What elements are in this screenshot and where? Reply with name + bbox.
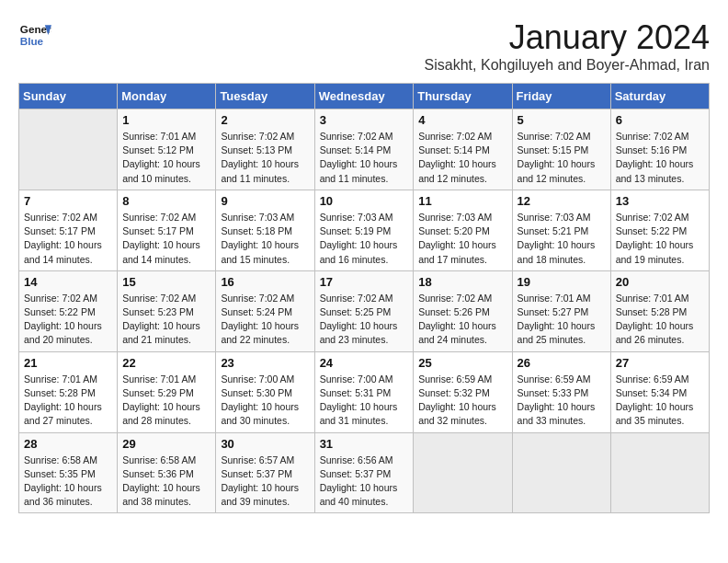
day-number: 28: [24, 437, 112, 451]
day-number: 4: [418, 113, 506, 127]
day-info: Sunrise: 7:00 AMSunset: 5:30 PMDaylight:…: [221, 373, 309, 429]
calendar-cell: [414, 432, 512, 513]
day-info: Sunrise: 7:01 AMSunset: 5:28 PMDaylight:…: [24, 373, 112, 429]
day-info: Sunrise: 6:59 AMSunset: 5:34 PMDaylight:…: [616, 373, 704, 429]
day-number: 2: [221, 113, 309, 127]
weekday-header: Thursday: [414, 84, 512, 109]
calendar-cell: 11 Sunrise: 7:03 AMSunset: 5:20 PMDaylig…: [414, 190, 512, 270]
calendar-cell: 31 Sunrise: 6:56 AMSunset: 5:37 PMDaylig…: [314, 432, 414, 513]
calendar-cell: [512, 432, 610, 513]
calendar-week-row: 7 Sunrise: 7:02 AMSunset: 5:17 PMDayligh…: [19, 190, 710, 270]
day-number: 12: [518, 194, 606, 208]
day-info: Sunrise: 7:03 AMSunset: 5:20 PMDaylight:…: [418, 211, 506, 267]
day-info: Sunrise: 7:02 AMSunset: 5:22 PMDaylight:…: [616, 211, 704, 267]
day-number: 21: [24, 356, 112, 370]
day-info: Sunrise: 6:56 AMSunset: 5:37 PMDaylight:…: [320, 454, 409, 510]
calendar-cell: 29 Sunrise: 6:58 AMSunset: 5:36 PMDaylig…: [118, 432, 216, 513]
day-info: Sunrise: 7:02 AMSunset: 5:24 PMDaylight:…: [221, 292, 309, 348]
day-number: 1: [122, 113, 210, 127]
calendar-cell: 4 Sunrise: 7:02 AMSunset: 5:14 PMDayligh…: [414, 109, 512, 190]
header: General Blue January 2024 Sisakht, Kohgi…: [18, 18, 710, 74]
weekday-header: Tuesday: [216, 84, 314, 109]
day-number: 30: [221, 437, 309, 451]
weekday-header: Sunday: [19, 84, 118, 109]
day-number: 13: [616, 194, 704, 208]
calendar-cell: 13 Sunrise: 7:02 AMSunset: 5:22 PMDaylig…: [610, 190, 709, 270]
day-info: Sunrise: 7:02 AMSunset: 5:16 PMDaylight:…: [616, 130, 704, 186]
day-info: Sunrise: 7:00 AMSunset: 5:31 PMDaylight:…: [320, 373, 409, 429]
day-info: Sunrise: 7:03 AMSunset: 5:18 PMDaylight:…: [221, 211, 309, 267]
calendar-cell: 14 Sunrise: 7:02 AMSunset: 5:22 PMDaylig…: [19, 270, 118, 351]
day-number: 17: [320, 275, 409, 289]
weekday-header: Wednesday: [314, 84, 414, 109]
day-number: 18: [418, 275, 506, 289]
calendar-week-row: 1 Sunrise: 7:01 AMSunset: 5:12 PMDayligh…: [19, 109, 710, 190]
calendar-cell: 15 Sunrise: 7:02 AMSunset: 5:23 PMDaylig…: [118, 270, 216, 351]
calendar-cell: 12 Sunrise: 7:03 AMSunset: 5:21 PMDaylig…: [512, 190, 610, 270]
day-number: 20: [616, 275, 704, 289]
day-info: Sunrise: 7:02 AMSunset: 5:17 PMDaylight:…: [122, 211, 210, 267]
calendar-cell: 20 Sunrise: 7:01 AMSunset: 5:28 PMDaylig…: [610, 270, 709, 351]
calendar-cell: 16 Sunrise: 7:02 AMSunset: 5:24 PMDaylig…: [216, 270, 314, 351]
logo-icon: General Blue: [18, 18, 51, 52]
calendar-cell: [19, 109, 118, 190]
day-info: Sunrise: 7:01 AMSunset: 5:28 PMDaylight:…: [616, 292, 704, 348]
calendar-cell: 28 Sunrise: 6:58 AMSunset: 5:35 PMDaylig…: [19, 432, 118, 513]
calendar-cell: 25 Sunrise: 6:59 AMSunset: 5:32 PMDaylig…: [414, 351, 512, 432]
calendar-cell: 10 Sunrise: 7:03 AMSunset: 5:19 PMDaylig…: [314, 190, 414, 270]
logo: General Blue: [18, 18, 51, 52]
day-number: 24: [320, 356, 409, 370]
calendar-cell: 7 Sunrise: 7:02 AMSunset: 5:17 PMDayligh…: [19, 190, 118, 270]
weekday-header: Friday: [512, 84, 610, 109]
day-info: Sunrise: 7:02 AMSunset: 5:14 PMDaylight:…: [418, 130, 506, 186]
day-number: 25: [418, 356, 506, 370]
calendar-cell: 9 Sunrise: 7:03 AMSunset: 5:18 PMDayligh…: [216, 190, 314, 270]
day-number: 31: [320, 437, 409, 451]
weekday-header: Saturday: [610, 84, 709, 109]
day-info: Sunrise: 7:02 AMSunset: 5:17 PMDaylight:…: [24, 211, 112, 267]
calendar-cell: 8 Sunrise: 7:02 AMSunset: 5:17 PMDayligh…: [118, 190, 216, 270]
calendar-cell: 27 Sunrise: 6:59 AMSunset: 5:34 PMDaylig…: [610, 351, 709, 432]
day-info: Sunrise: 7:01 AMSunset: 5:29 PMDaylight:…: [122, 373, 210, 429]
calendar-cell: 3 Sunrise: 7:02 AMSunset: 5:14 PMDayligh…: [314, 109, 414, 190]
day-number: 27: [616, 356, 704, 370]
day-number: 16: [221, 275, 309, 289]
day-info: Sunrise: 7:02 AMSunset: 5:23 PMDaylight:…: [122, 292, 210, 348]
day-info: Sunrise: 7:03 AMSunset: 5:19 PMDaylight:…: [320, 211, 409, 267]
calendar-cell: 5 Sunrise: 7:02 AMSunset: 5:15 PMDayligh…: [512, 109, 610, 190]
day-number: 8: [122, 194, 210, 208]
calendar-week-row: 21 Sunrise: 7:01 AMSunset: 5:28 PMDaylig…: [19, 351, 710, 432]
calendar-cell: 24 Sunrise: 7:00 AMSunset: 5:31 PMDaylig…: [314, 351, 414, 432]
day-info: Sunrise: 6:59 AMSunset: 5:32 PMDaylight:…: [418, 373, 506, 429]
calendar-week-row: 28 Sunrise: 6:58 AMSunset: 5:35 PMDaylig…: [19, 432, 710, 513]
day-number: 15: [122, 275, 210, 289]
day-info: Sunrise: 7:02 AMSunset: 5:14 PMDaylight:…: [320, 130, 409, 186]
day-info: Sunrise: 7:02 AMSunset: 5:15 PMDaylight:…: [518, 130, 606, 186]
day-number: 19: [518, 275, 606, 289]
calendar-cell: 22 Sunrise: 7:01 AMSunset: 5:29 PMDaylig…: [118, 351, 216, 432]
svg-text:Blue: Blue: [20, 35, 44, 47]
day-number: 11: [418, 194, 506, 208]
calendar-subtitle: Sisakht, Kohgiluyeh and Boyer-Ahmad, Ira…: [425, 57, 710, 74]
day-number: 9: [221, 194, 309, 208]
calendar-cell: 18 Sunrise: 7:02 AMSunset: 5:26 PMDaylig…: [414, 270, 512, 351]
calendar-cell: 26 Sunrise: 6:59 AMSunset: 5:33 PMDaylig…: [512, 351, 610, 432]
calendar-table: SundayMondayTuesdayWednesdayThursdayFrid…: [18, 83, 710, 513]
weekday-header-row: SundayMondayTuesdayWednesdayThursdayFrid…: [19, 84, 710, 109]
day-number: 26: [518, 356, 606, 370]
title-section: January 2024 Sisakht, Kohgiluyeh and Boy…: [425, 18, 710, 74]
calendar-cell: [610, 432, 709, 513]
calendar-cell: 6 Sunrise: 7:02 AMSunset: 5:16 PMDayligh…: [610, 109, 709, 190]
day-number: 5: [518, 113, 606, 127]
day-info: Sunrise: 7:02 AMSunset: 5:25 PMDaylight:…: [320, 292, 409, 348]
day-info: Sunrise: 7:03 AMSunset: 5:21 PMDaylight:…: [518, 211, 606, 267]
day-info: Sunrise: 6:57 AMSunset: 5:37 PMDaylight:…: [221, 454, 309, 510]
day-number: 3: [320, 113, 409, 127]
calendar-cell: 1 Sunrise: 7:01 AMSunset: 5:12 PMDayligh…: [118, 109, 216, 190]
day-number: 6: [616, 113, 704, 127]
day-info: Sunrise: 7:02 AMSunset: 5:13 PMDaylight:…: [221, 130, 309, 186]
day-number: 7: [24, 194, 112, 208]
day-info: Sunrise: 6:59 AMSunset: 5:33 PMDaylight:…: [518, 373, 606, 429]
day-number: 10: [320, 194, 409, 208]
calendar-cell: 17 Sunrise: 7:02 AMSunset: 5:25 PMDaylig…: [314, 270, 414, 351]
